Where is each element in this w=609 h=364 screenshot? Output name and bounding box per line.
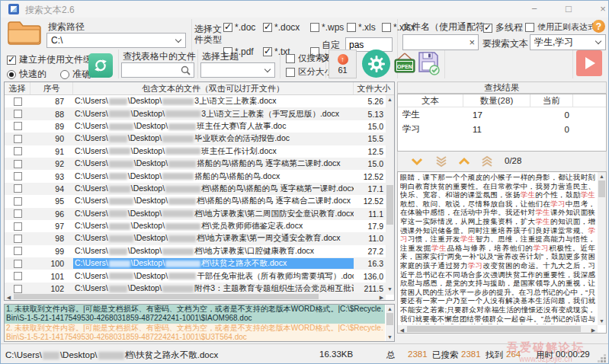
regex-checkbox[interactable]: 使用正则表达式: [525, 21, 596, 33]
find-in-table-input[interactable]: [125, 65, 181, 75]
table-row[interactable]: 90C:\Users\\Desktop\毕业联欢会的活动报告.doc15.5: [5, 133, 394, 145]
file-type-checkbox[interactable]: *.wps: [310, 22, 347, 33]
row-checkbox[interactable]: [14, 222, 22, 231]
table-row[interactable]: 101C:\Users\\Desktop\干部任免审批表（所有教师均需要填写）.…: [5, 270, 394, 282]
scroll-down-icon[interactable]: ▼: [386, 286, 394, 292]
filename-input[interactable]: [406, 37, 469, 48]
resize-grip[interactable]: [598, 354, 607, 363]
close-button[interactable]: ×: [591, 2, 609, 16]
radio-dot[interactable]: [7, 70, 16, 79]
scroll-thumb[interactable]: [386, 185, 393, 225]
col-file[interactable]: 包含文本的文件（双击可以打开文件）: [73, 82, 354, 94]
checkbox-box[interactable]: [286, 54, 295, 63]
first-match-button[interactable]: [477, 155, 497, 168]
table-row[interactable]: 99C:\Users\\Desktop\档\地方课教案\口腔健康教育.docx2…: [5, 245, 394, 257]
multithread-checkbox[interactable]: 多线程: [483, 21, 523, 34]
table-row[interactable]: 96C:\Users\\Desktop\档\地方课教案\第二周国防安全意识教育.…: [5, 208, 394, 220]
results-row[interactable]: 学生170: [398, 107, 606, 122]
custom-ext-input[interactable]: [349, 40, 389, 50]
col-number[interactable]: 序号: [30, 82, 73, 94]
table-hscrollbar[interactable]: ◀ ▶: [5, 293, 386, 300]
checkbox-box[interactable]: [263, 47, 272, 56]
scroll-thumb[interactable]: [14, 294, 319, 299]
table-row[interactable]: 88C:\Users\\Desktop\3上\语文三上教案（手写反思版）.doc…: [5, 107, 394, 120]
table-row[interactable]: 93C:\Users\\Desktop\搭船的鸟\搭船的鸟.docx12.52: [5, 170, 394, 182]
table-row[interactable]: 87C:\Users\\Desktop\3上\语文三上教案.docx5.26: [5, 95, 394, 107]
scroll-down-icon[interactable]: ▼: [386, 334, 394, 340]
scroll-down-icon[interactable]: ▼: [598, 318, 606, 324]
radio-dot[interactable]: [60, 70, 69, 79]
save-results-button[interactable]: [417, 49, 440, 78]
table-row[interactable]: 100C:\Users\\Desktop\档\扶贫之路永不散.docx16.3: [5, 257, 394, 270]
scroll-thumb[interactable]: [386, 313, 393, 325]
checkbox-box[interactable]: [525, 23, 534, 32]
table-row[interactable]: 92C:\Users\\Desktop\搭船的鸟\搭船的鸟 逐字稿第二课时.do…: [5, 158, 394, 170]
table-row[interactable]: 97C:\Users\\Desktop\档\党员教师师德鉴定表.docx17.9: [5, 220, 394, 232]
preview-hscrollbar[interactable]: ◀ ▶: [398, 325, 598, 333]
scroll-right-icon[interactable]: ▶: [590, 327, 597, 334]
row-checkbox[interactable]: [14, 209, 22, 218]
row-checkbox[interactable]: [14, 285, 22, 293]
file-type-checkbox[interactable]: *.xls: [347, 22, 382, 33]
refresh-button[interactable]: [88, 53, 113, 78]
row-checkbox[interactable]: [14, 110, 22, 118]
row-checkbox[interactable]: [14, 184, 22, 193]
row-checkbox[interactable]: [14, 272, 22, 280]
row-checkbox[interactable]: [14, 160, 22, 168]
checkbox-box[interactable]: [263, 23, 272, 32]
table-row[interactable]: 91C:\Users\\Desktop\班主任工作计划.docx12.5: [5, 145, 394, 158]
scroll-up-icon[interactable]: ▲: [598, 173, 606, 180]
last-match-button[interactable]: [431, 155, 451, 168]
row-checkbox[interactable]: [14, 247, 22, 255]
scroll-up-icon[interactable]: ▲: [386, 96, 394, 103]
results-row[interactable]: 学习110: [398, 122, 606, 136]
filename-field[interactable]: ×: [402, 34, 479, 50]
row-checkbox[interactable]: [14, 235, 22, 243]
col-select[interactable]: 选择: [5, 82, 30, 94]
minimize-button[interactable]: −: [523, 2, 546, 16]
search-path-combo[interactable]: C:\: [46, 33, 186, 48]
preview-pane[interactable]: 眼睛，课下那一个个顽皮的小猴子一样的身影，都让我时刻明白教育扶贫的重要性。在日常…: [397, 171, 607, 334]
folder-icon[interactable]: [7, 20, 42, 46]
log-vscrollbar[interactable]: ▲ ▼: [386, 305, 394, 341]
row-checkbox[interactable]: [14, 122, 22, 130]
start-search-button[interactable]: [576, 50, 602, 76]
scroll-thumb[interactable]: [407, 326, 581, 332]
scroll-thumb[interactable]: [598, 180, 605, 197]
prev-match-button[interactable]: [454, 155, 474, 168]
table-vscrollbar[interactable]: ▲ ▼: [386, 95, 394, 293]
table-row[interactable]: 89C:\Users\\Desktop\班主任大赛\育人故事.doc15.0: [5, 120, 394, 133]
row-checkbox[interactable]: [14, 135, 22, 143]
col-size[interactable]: 文件大小: [354, 82, 394, 94]
clear-icon[interactable]: ×: [469, 37, 475, 48]
checkbox-box[interactable]: [7, 56, 16, 65]
scroll-left-icon[interactable]: ◀: [399, 327, 405, 334]
find-in-table-field[interactable]: [121, 62, 194, 78]
row-checkbox[interactable]: [14, 260, 22, 268]
mode-fast-radio[interactable]: 快速的: [7, 68, 46, 81]
checkbox-box[interactable]: [483, 24, 492, 33]
next-match-button[interactable]: [407, 155, 427, 168]
open-sign-icon[interactable]: OPEN: [393, 50, 417, 78]
preview-vscrollbar[interactable]: ▲ ▼: [598, 172, 606, 325]
checkbox-box[interactable]: [223, 23, 232, 32]
help-icon[interactable]: ?: [592, 20, 605, 33]
file-type-checkbox[interactable]: *.doc: [223, 22, 263, 33]
checkbox-box[interactable]: [347, 23, 356, 32]
checkbox-box[interactable]: [382, 23, 391, 32]
settings-button[interactable]: [362, 49, 390, 78]
scroll-right-icon[interactable]: ▶: [378, 294, 385, 301]
title-bar[interactable]: 搜索文本2.6 − □ ×: [1, 1, 608, 18]
table-row[interactable]: 95C:\Users\\Desktop\档\搭船的鸟\搭船的鸟 逐字稿合二课时.…: [5, 195, 394, 207]
file-type-checkbox[interactable]: *.docx: [263, 22, 310, 33]
row-checkbox[interactable]: [14, 197, 22, 206]
scroll-up-icon[interactable]: ▲: [386, 305, 394, 312]
theme-combo[interactable]: [200, 62, 275, 78]
checkbox-box[interactable]: [286, 68, 295, 77]
scroll-left-icon[interactable]: ◀: [5, 294, 12, 301]
checkbox-box[interactable]: [310, 23, 319, 32]
search-text-combo[interactable]: 学生,学习: [530, 34, 606, 50]
cache-checkbox[interactable]: 建立并使用文件缓存: [7, 53, 101, 66]
table-row[interactable]: 98C:\Users\\Desktop\档\地方课教案\第一周交通安全教育.do…: [5, 232, 394, 244]
row-checkbox[interactable]: [14, 97, 22, 106]
